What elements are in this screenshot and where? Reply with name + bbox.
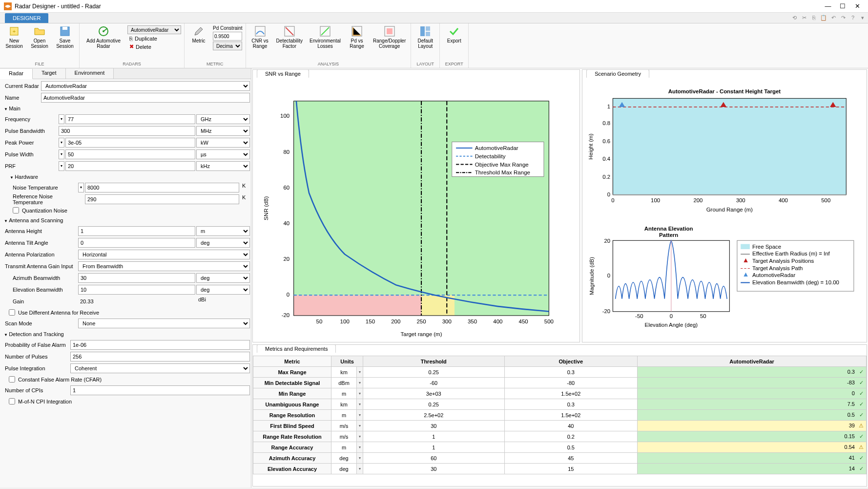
- el-bw-input[interactable]: [78, 285, 195, 295]
- redo-icon[interactable]: ↷: [839, 13, 847, 22]
- polarization-select[interactable]: Horizontal: [78, 250, 250, 259]
- dd-icon[interactable]: ▾: [59, 161, 64, 171]
- metric-objective[interactable]: 45: [504, 453, 638, 464]
- pd-button[interactable]: Pd vsRange: [345, 24, 369, 50]
- metric-threshold[interactable]: 2.5e+02: [363, 410, 505, 421]
- help-icon[interactable]: ?: [848, 13, 857, 22]
- metric-threshold[interactable]: 0.25: [363, 399, 505, 410]
- delete-button[interactable]: ✖Delete: [127, 43, 181, 50]
- maximize-button[interactable]: ☐: [836, 1, 849, 11]
- units-dropdown[interactable]: ▾: [357, 431, 363, 442]
- save-session-button[interactable]: SaveSession: [53, 24, 77, 50]
- new-session-button[interactable]: + NewSession: [2, 24, 26, 50]
- peak-power-unit[interactable]: kW: [196, 138, 250, 148]
- mofn-checkbox[interactable]: [9, 398, 15, 404]
- geometry-charts[interactable]: AutomotiveRadar - Constant Height Target…: [582, 81, 867, 355]
- az-bw-input[interactable]: [78, 273, 195, 283]
- tilt-input[interactable]: [78, 238, 195, 248]
- frequency-input[interactable]: [65, 114, 195, 124]
- geometry-tab[interactable]: Scenario Geometry: [586, 69, 649, 78]
- prf-input[interactable]: [65, 161, 195, 171]
- expand-icon[interactable]: ▾: [858, 13, 867, 22]
- paste-icon[interactable]: 📋: [819, 13, 828, 22]
- history-icon[interactable]: ⟲: [790, 13, 799, 22]
- format-selector[interactable]: Decimal: [213, 42, 242, 50]
- ncpi-input[interactable]: [70, 385, 250, 395]
- peak-power-input[interactable]: [65, 138, 195, 148]
- bandwidth-input[interactable]: [59, 126, 195, 136]
- minimize-button[interactable]: —: [821, 1, 835, 11]
- frequency-unit[interactable]: GHz: [196, 114, 250, 124]
- dd-icon[interactable]: ▾: [59, 114, 64, 124]
- npulses-input[interactable]: [70, 352, 250, 361]
- pfa-input[interactable]: [70, 340, 250, 350]
- units-dropdown[interactable]: ▾: [357, 421, 363, 431]
- copy-icon[interactable]: ⎘: [809, 13, 818, 22]
- current-radar-select[interactable]: AutomotiveRadar: [41, 81, 250, 91]
- metric-objective[interactable]: 0.3: [504, 399, 638, 410]
- units-dropdown[interactable]: ▾: [357, 399, 363, 410]
- section-antenna[interactable]: Antenna and Scanning: [1, 215, 250, 225]
- metric-objective[interactable]: 15: [504, 464, 638, 474]
- radar-selector[interactable]: AutomotiveRadar: [127, 25, 181, 34]
- units-dropdown[interactable]: ▾: [357, 388, 363, 399]
- az-bw-unit[interactable]: deg: [196, 273, 250, 283]
- quantization-checkbox[interactable]: [13, 207, 19, 213]
- units-dropdown[interactable]: ▾: [357, 378, 363, 388]
- metric-threshold[interactable]: 1: [363, 442, 505, 453]
- units-dropdown[interactable]: ▾: [357, 453, 363, 464]
- antenna-height-unit[interactable]: m: [196, 226, 250, 236]
- metric-objective[interactable]: 40: [504, 421, 638, 431]
- section-detection[interactable]: Detection and Tracking: [1, 329, 250, 339]
- snr-chart[interactable]: -20020 406080100 50100150 200250300 3504…: [253, 81, 579, 357]
- metric-objective[interactable]: 0.2: [504, 431, 638, 442]
- designer-tab[interactable]: DESIGNER: [5, 13, 48, 23]
- ref-noise-input[interactable]: [85, 194, 239, 204]
- metric-threshold[interactable]: 3e+03: [363, 388, 505, 399]
- metric-threshold[interactable]: 30: [363, 464, 505, 474]
- metric-objective[interactable]: 0.5: [504, 442, 638, 453]
- name-input[interactable]: [41, 93, 250, 103]
- units-dropdown[interactable]: ▾: [357, 442, 363, 453]
- add-radar-button[interactable]: Add AutomotiveRadar: [82, 24, 125, 50]
- pint-select[interactable]: Coherent: [70, 363, 250, 373]
- units-dropdown[interactable]: ▾: [357, 464, 363, 474]
- metric-objective[interactable]: 1.5e+02: [504, 388, 638, 399]
- tab-radar[interactable]: Radar: [0, 69, 33, 79]
- units-dropdown[interactable]: ▾: [357, 410, 363, 421]
- cnr-button[interactable]: CNR vsRange: [248, 24, 272, 50]
- layout-button[interactable]: DefaultLayout: [413, 24, 437, 50]
- metric-objective[interactable]: 1.5e+02: [504, 410, 638, 421]
- metric-button[interactable]: Metric: [186, 24, 211, 44]
- metric-objective[interactable]: -80: [504, 378, 638, 388]
- units-dropdown[interactable]: ▾: [357, 367, 363, 378]
- prf-unit[interactable]: kHz: [196, 161, 250, 171]
- cfar-checkbox[interactable]: [9, 376, 15, 383]
- pd-constraint-input[interactable]: [213, 32, 242, 41]
- noise-temp-input[interactable]: [85, 183, 239, 192]
- bandwidth-unit[interactable]: MHz: [196, 126, 250, 136]
- dd-icon[interactable]: ▾: [59, 138, 64, 148]
- antenna-height-input[interactable]: [78, 226, 195, 236]
- rd-button[interactable]: Range/DopplerCoverage: [370, 24, 409, 50]
- tilt-unit[interactable]: deg: [196, 238, 250, 248]
- section-main[interactable]: Main: [1, 104, 250, 113]
- open-session-button[interactable]: OpenSession: [27, 24, 52, 50]
- duplicate-button[interactable]: ⎘Duplicate: [127, 35, 181, 42]
- detect-button[interactable]: DetectabilityFactor: [273, 24, 306, 50]
- gain-input-select[interactable]: From Beamwidth: [78, 261, 250, 271]
- scan-mode-select[interactable]: None: [78, 319, 250, 328]
- metric-objective[interactable]: 0.3: [504, 367, 638, 378]
- metric-threshold[interactable]: 0.25: [363, 367, 505, 378]
- pulse-width-input[interactable]: [65, 149, 195, 159]
- undo-icon[interactable]: ↶: [829, 13, 838, 22]
- metric-threshold[interactable]: 1: [363, 431, 505, 442]
- dd-icon[interactable]: ▾: [78, 183, 84, 192]
- export-button[interactable]: Export: [442, 24, 466, 44]
- tab-environment[interactable]: Environment: [66, 68, 114, 79]
- close-button[interactable]: ✕: [850, 1, 864, 11]
- el-bw-unit[interactable]: deg: [196, 285, 250, 295]
- dd-icon[interactable]: ▾: [59, 149, 64, 159]
- diff-antenna-checkbox[interactable]: [9, 309, 15, 316]
- env-button[interactable]: EnvironmentalLosses: [307, 24, 344, 50]
